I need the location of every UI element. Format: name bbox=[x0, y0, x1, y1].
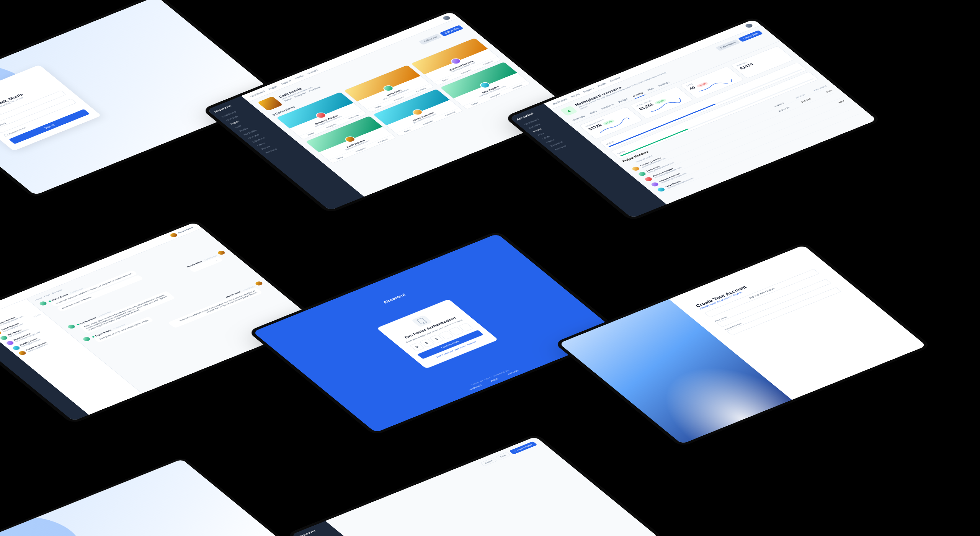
project-logo-icon: ▲ bbox=[560, 106, 578, 116]
nav-item[interactable]: Pages bbox=[570, 93, 580, 98]
nav-item[interactable]: Pages bbox=[268, 85, 278, 90]
brand-logo: Aircontrol bbox=[297, 525, 328, 536]
nav-item[interactable]: Profile bbox=[294, 75, 305, 80]
export-button[interactable]: Export bbox=[480, 458, 497, 466]
brand-logo: Aircontrol bbox=[382, 293, 407, 304]
header-avatar[interactable] bbox=[169, 232, 178, 238]
header-avatar[interactable] bbox=[442, 15, 451, 21]
follow-button[interactable]: Follow me bbox=[419, 34, 442, 45]
svg-point-1 bbox=[423, 322, 424, 323]
nav-item[interactable]: Support bbox=[582, 87, 595, 93]
tfa-card: Two Factor Authentication Enter your 6 d… bbox=[377, 299, 498, 369]
phone-icon bbox=[411, 315, 433, 327]
filter-button[interactable]: Filter bbox=[495, 452, 511, 460]
header-avatar[interactable] bbox=[744, 23, 754, 28]
remember-checkbox[interactable] bbox=[3, 134, 9, 137]
resend-link[interactable]: Resend bbox=[466, 341, 477, 346]
edit-profile-button[interactable]: Edit profile bbox=[439, 25, 464, 36]
svg-rect-0 bbox=[416, 318, 427, 324]
new-project-button[interactable]: + New Project bbox=[509, 441, 537, 454]
nav-item[interactable]: Contact bbox=[609, 77, 621, 82]
profile-avatar bbox=[257, 96, 283, 111]
nav-item[interactable]: Contact bbox=[307, 69, 318, 75]
nav-item[interactable]: Profile bbox=[597, 82, 607, 87]
nav-item[interactable]: Support bbox=[280, 80, 292, 85]
